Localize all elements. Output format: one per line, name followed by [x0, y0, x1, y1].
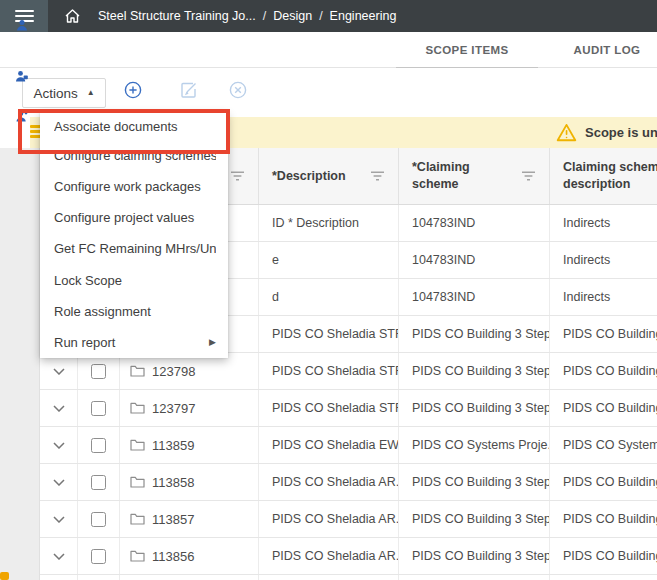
edit-item-button[interactable]: [180, 81, 198, 99]
breadcrumb: Steel Structure Training Jo... / Design …: [98, 9, 396, 23]
chevron-down-icon[interactable]: [53, 516, 65, 523]
left-gutter: [0, 148, 40, 580]
actions-button-label: Actions: [33, 86, 77, 101]
row-select-cell[interactable]: [78, 464, 120, 500]
chevron-down-icon[interactable]: [53, 442, 65, 449]
table-row[interactable]: 113856 PIDS CO Sheladia AR... PIDS CO Bu…: [40, 538, 657, 575]
chevron-down-icon[interactable]: [53, 553, 65, 560]
menu-item[interactable]: Role assignment ▶: [40, 296, 228, 327]
row-expand-cell[interactable]: [40, 353, 78, 389]
header-description: *Description: [259, 148, 399, 204]
table-row[interactable]: 123798 PIDS CO Sheladia STR... PIDS CO B…: [40, 353, 657, 390]
row-checkbox[interactable]: [91, 475, 106, 490]
home-icon: [64, 8, 81, 24]
menu-item[interactable]: Configure project values ▶: [40, 202, 228, 233]
breadcrumb-engineering[interactable]: Engineering: [330, 9, 397, 23]
table-row[interactable]: 113859 PIDS CO Sheladia EW ... PIDS CO S…: [40, 427, 657, 464]
row-claiming-scheme: 104783IND: [399, 242, 550, 278]
folder-icon: [130, 513, 145, 525]
row-checkbox[interactable]: [91, 512, 106, 527]
menu-item-label: Role assignment: [54, 304, 216, 319]
actions-button[interactable]: Actions ▲: [22, 78, 106, 108]
home-button[interactable]: [58, 0, 86, 32]
breadcrumb-project[interactable]: Steel Structure Training Jo...: [98, 9, 256, 23]
row-select-cell[interactable]: [78, 353, 120, 389]
row-id: 123797: [152, 401, 195, 416]
row-id-cell: 123798: [120, 353, 259, 389]
row-expand-cell[interactable]: [40, 538, 78, 574]
row-id: 123798: [152, 364, 195, 379]
table-row[interactable]: 113858 PIDS CO Sheladia AR... PIDS CO Bu…: [40, 464, 657, 501]
chevron-down-icon[interactable]: [53, 405, 65, 412]
filter-icon[interactable]: [522, 171, 535, 181]
menu-item[interactable]: Associate documents ▶: [40, 112, 228, 140]
chevron-down-icon[interactable]: [53, 479, 65, 486]
row-expand-cell[interactable]: [40, 427, 78, 463]
row-expand-cell[interactable]: [40, 464, 78, 500]
actions-dropdown-menu: Associate documents ▶ Configure claiming…: [40, 112, 228, 358]
menu-item-label: Lock Scope: [54, 273, 216, 288]
person-group-icon[interactable]: [16, 70, 28, 82]
row-description: PIDS CO Sheladia AR...: [259, 501, 399, 537]
menu-item[interactable]: Configure work packages ▶: [40, 171, 228, 202]
add-item-button[interactable]: [124, 81, 142, 99]
row-claiming-scheme: 104783IND: [399, 279, 550, 315]
row-claiming-scheme: [399, 575, 550, 580]
row-claiming-scheme: PIDS CO Building 3 Step: [399, 390, 550, 426]
row-id-cell: [120, 575, 259, 580]
row-select-cell[interactable]: [78, 390, 120, 426]
tab-audit-log[interactable]: AUDIT LOG: [552, 32, 657, 68]
row-checkbox[interactable]: [91, 401, 106, 416]
folder-icon: [130, 365, 145, 377]
row-claiming-scheme-description: PIDS CO Building 3 Step: [550, 316, 657, 352]
row-id: 113859: [152, 438, 194, 453]
person-icon[interactable]: [16, 19, 28, 31]
row-claiming-scheme: PIDS CO Building 3 Step: [399, 501, 550, 537]
row-claiming-scheme-description: PIDS CO Building 3 Step: [550, 538, 657, 574]
row-select-cell[interactable]: [78, 575, 120, 580]
menu-item-label: Get FC Remaining MHrs/Unit: [54, 241, 216, 256]
filter-icon[interactable]: [231, 171, 244, 181]
row-id-cell: 113857: [120, 501, 259, 537]
table-row[interactable]: [40, 575, 657, 580]
row-claiming-scheme: PIDS CO Building 3 Step: [399, 464, 550, 500]
row-claiming-scheme-description: Indirects: [550, 279, 657, 315]
row-description: PIDS CO Sheladia EW ...: [259, 427, 399, 463]
person-key-icon[interactable]: [16, 110, 28, 122]
row-claiming-scheme-description: PIDS CO Building 3 Step: [550, 501, 657, 537]
row-expand-cell[interactable]: [40, 390, 78, 426]
row-select-cell[interactable]: [78, 538, 120, 574]
row-expand-cell[interactable]: [40, 575, 78, 580]
filter-icon[interactable]: [371, 171, 384, 181]
breadcrumb-design[interactable]: Design: [273, 9, 312, 23]
row-claiming-scheme: 104783IND: [399, 205, 550, 241]
menu-item[interactable]: Lock Scope ▶: [40, 265, 228, 296]
remove-item-button[interactable]: [229, 81, 247, 99]
row-select-cell[interactable]: [78, 501, 120, 537]
row-id-cell: 113858: [120, 464, 259, 500]
menu-item-label: Associate documents: [54, 119, 216, 134]
menu-item[interactable]: Run report ▶: [40, 327, 228, 358]
menu-item[interactable]: Get FC Remaining MHrs/Unit ▶: [40, 233, 228, 264]
row-description: ID * Description: [259, 205, 399, 241]
row-checkbox[interactable]: [91, 364, 106, 379]
row-description: PIDS CO Sheladia AR...: [259, 538, 399, 574]
row-id: 113858: [152, 475, 194, 490]
row-checkbox[interactable]: [91, 438, 106, 453]
row-description: PIDS CO Sheladia STR...: [259, 353, 399, 389]
table-row[interactable]: 113857 PIDS CO Sheladia AR... PIDS CO Bu…: [40, 501, 657, 538]
row-description: PIDS CO Sheladia STR...: [259, 316, 399, 352]
row-description: [259, 575, 399, 580]
app-window: Steel Structure Training Jo... / Design …: [0, 0, 657, 580]
menu-item[interactable]: Configure claiming schemes ▶: [40, 140, 228, 171]
row-claiming-scheme-description: PIDS CO Building 3 Step: [550, 353, 657, 389]
row-checkbox[interactable]: [91, 549, 106, 564]
table-row[interactable]: 123797 PIDS CO Sheladia STR... PIDS CO B…: [40, 390, 657, 427]
row-select-cell[interactable]: [78, 427, 120, 463]
tab-scope-items[interactable]: SCOPE ITEMS: [396, 32, 538, 68]
row-claiming-scheme-description: Indirects: [550, 205, 657, 241]
row-expand-cell[interactable]: [40, 501, 78, 537]
chevron-down-icon[interactable]: [53, 368, 65, 375]
caret-up-icon: ▲: [87, 89, 95, 97]
row-claiming-scheme: PIDS CO Building 3 Step: [399, 316, 550, 352]
